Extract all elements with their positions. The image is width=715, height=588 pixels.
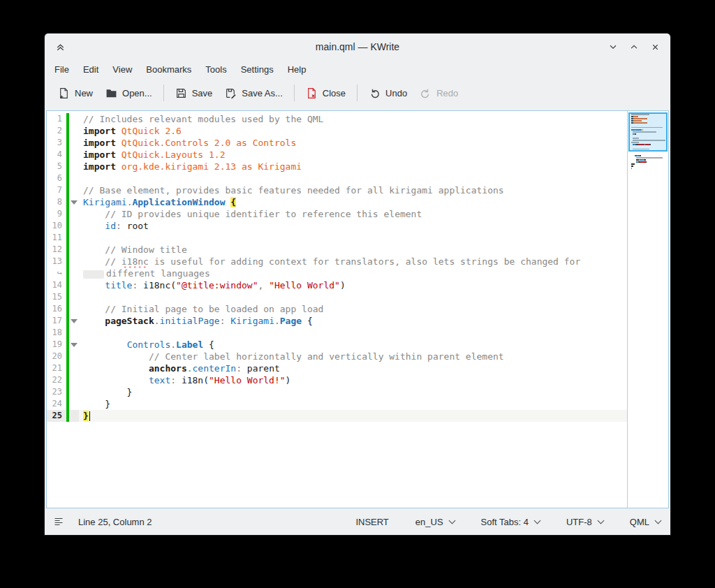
titlebar[interactable]: main.qml — KWrite <box>45 34 670 60</box>
code-line[interactable]: 20 // Center label horizontally and vert… <box>47 351 627 362</box>
code-text: // i18nc is useful for adding context fo… <box>79 256 627 267</box>
code-line[interactable]: 12 // Window title <box>47 244 627 256</box>
code-text: Kirigami.ApplicationWindow { <box>79 196 627 208</box>
redo-button[interactable]: Redo <box>413 83 464 103</box>
code-line[interactable]: 1// Includes relevant modules used by th… <box>47 113 627 125</box>
code-text: // Base element, provides basic features… <box>79 184 627 196</box>
code-segment: . <box>170 339 176 350</box>
modified-line-indicator <box>66 125 69 137</box>
gutter-marker <box>65 327 79 339</box>
chevron-down-icon <box>448 517 455 524</box>
encoding-selector[interactable]: UTF-8 <box>566 517 603 527</box>
menubar: FileEditViewBookmarksToolsSettingsHelp <box>45 60 670 79</box>
menu-settings[interactable]: Settings <box>234 61 281 78</box>
chevron-down-icon <box>597 517 604 524</box>
save-as-button[interactable]: Save As... <box>219 83 289 103</box>
maximize-button[interactable] <box>627 40 641 54</box>
line-number: 20 <box>47 351 65 362</box>
gutter-marker <box>65 386 79 398</box>
redo-icon <box>420 87 432 99</box>
code-segment: // <box>105 256 121 267</box>
code-line[interactable]: 10 id: root <box>47 220 627 232</box>
open-folder-icon <box>105 87 117 99</box>
code-line[interactable]: 22 text: i18n("Hello World!") <box>47 374 627 386</box>
fold-marker-icon[interactable] <box>71 343 78 347</box>
text-editor[interactable]: 1// Includes relevant modules used by th… <box>47 111 627 508</box>
code-segment: centerIn <box>193 363 237 374</box>
undo-button[interactable]: Undo <box>362 83 413 103</box>
undo-button-label: Undo <box>385 88 407 98</box>
code-line[interactable]: 2import QtQuick 2.6 <box>47 125 627 137</box>
menu-file[interactable]: File <box>47 61 76 78</box>
modified-line-indicator <box>66 351 69 362</box>
code-segment: , <box>258 280 269 291</box>
line-number: 23 <box>47 386 65 398</box>
code-line[interactable]: 18 <box>47 327 627 339</box>
gutter-marker <box>65 410 79 422</box>
code-line[interactable]: 23 } <box>47 386 627 398</box>
open-button[interactable]: Open... <box>99 83 159 103</box>
syntax-mode-selector[interactable]: QML <box>630 517 661 527</box>
menu-help[interactable]: Help <box>281 61 314 78</box>
code-line[interactable]: 6 <box>47 172 627 184</box>
code-segment: Kirigami <box>230 316 274 326</box>
fold-marker-icon[interactable] <box>71 319 78 323</box>
code-segment: : <box>236 363 247 374</box>
code-line[interactable]: 24 } <box>47 398 627 410</box>
code-text <box>79 291 627 303</box>
dictionary-selector[interactable]: en_US <box>415 517 455 527</box>
menu-edit[interactable]: Edit <box>76 61 105 78</box>
code-line[interactable]: 13 // i18nc is useful for adding context… <box>47 256 627 267</box>
code-segment: // ID provides unique identifier to refe… <box>105 209 422 219</box>
code-segment: anchors <box>149 363 187 374</box>
code-line[interactable]: 15 <box>47 291 627 303</box>
new-button[interactable]: New <box>52 83 99 103</box>
code-line[interactable]: 25} <box>47 410 627 422</box>
code-line[interactable]: 4import QtQuick.Layouts 1.2 <box>47 149 627 161</box>
gutter-marker <box>65 196 79 208</box>
close-window-button[interactable] <box>648 40 662 54</box>
code-text: pageStack.initialPage: Kirigami.Page { <box>79 315 627 327</box>
code-line[interactable]: 16 // Initial page to be loaded on app l… <box>47 303 627 315</box>
line-number: 13 <box>47 256 65 267</box>
code-line[interactable]: 3import QtQuick.Controls 2.0 as Controls <box>47 137 627 149</box>
code-segment: i18nc <box>121 256 149 267</box>
word-count-icon[interactable] <box>53 516 64 527</box>
close-document-button[interactable]: Close <box>300 83 352 103</box>
minimize-button[interactable] <box>606 40 620 54</box>
code-segment <box>83 280 105 291</box>
modified-line-indicator <box>66 256 69 267</box>
input-mode[interactable]: INSERT <box>355 517 388 527</box>
code-line[interactable]: 17 pageStack.initialPage: Kirigami.Page … <box>47 315 627 327</box>
modified-line-indicator <box>66 149 69 161</box>
minimap-line <box>631 168 665 170</box>
cursor-position[interactable]: Line 25, Column 2 <box>78 517 152 527</box>
menu-view[interactable]: View <box>105 61 139 78</box>
code-line[interactable]: 9 // ID provides unique identifier to re… <box>47 208 627 220</box>
code-segment: . <box>154 316 160 326</box>
code-line[interactable]: 21 anchors.centerIn: parent <box>47 362 627 374</box>
code-line[interactable]: 19 Controls.Label { <box>47 339 627 351</box>
save-button[interactable]: Save <box>169 83 219 103</box>
line-number: 10 <box>47 220 65 232</box>
code-line[interactable]: 8Kirigami.ApplicationWindow { <box>47 196 627 208</box>
fold-marker-icon[interactable] <box>71 200 78 205</box>
code-segment <box>83 339 127 350</box>
menu-bookmarks[interactable]: Bookmarks <box>139 61 198 78</box>
modified-line-indicator <box>66 172 69 184</box>
line-number: 22 <box>47 374 65 386</box>
line-number: 8 <box>47 196 65 208</box>
minimap[interactable] <box>627 111 668 508</box>
tab-mode-selector[interactable]: Soft Tabs: 4 <box>481 517 540 527</box>
code-line[interactable]: 5import org.kde.kirigami 2.13 as Kirigam… <box>47 161 627 172</box>
line-number: 18 <box>47 327 65 339</box>
code-line-wrap[interactable]: ↪different languages <box>47 267 627 279</box>
minimap-viewport[interactable] <box>628 112 668 152</box>
code-line[interactable]: 7// Base element, provides basic feature… <box>47 184 627 196</box>
code-segment: } <box>83 411 89 421</box>
code-text: import QtQuick.Controls 2.0 as Controls <box>79 137 627 149</box>
menu-tools[interactable]: Tools <box>198 61 233 78</box>
code-line[interactable]: 11 <box>47 232 627 244</box>
code-line[interactable]: 14 title: i18nc("@title:window", "Hello … <box>47 279 627 291</box>
code-text: // Window title <box>79 244 627 256</box>
